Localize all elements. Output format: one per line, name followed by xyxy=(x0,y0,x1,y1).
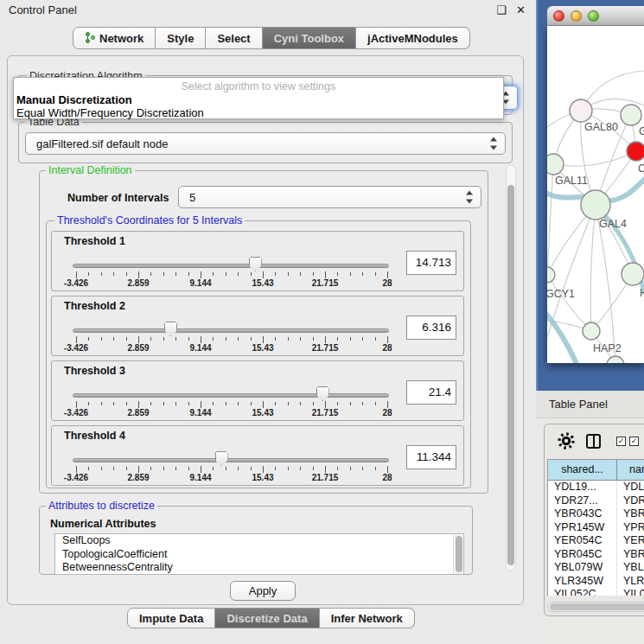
cell-shared-name: YLR345W xyxy=(548,575,617,589)
threshold-panel-1: Threshold 1-3.4262.8599.14415.4321.71528… xyxy=(51,231,464,291)
network-node-g[interactable] xyxy=(621,105,641,125)
table-row[interactable]: YDR27...YDR2 xyxy=(548,494,644,508)
table-row[interactable]: YBR045CYBR0 xyxy=(548,548,644,562)
table-row[interactable]: YBR043CYBR0 xyxy=(548,507,644,521)
minimize-traffic-light-icon[interactable] xyxy=(571,10,582,22)
attributes-group-label: Attributes to discretize xyxy=(46,500,157,512)
slider-ticks xyxy=(76,400,387,408)
slider-tick-labels: -3.4262.8599.14415.4321.71528 xyxy=(76,408,387,418)
node-attribute-table: shared... name YDL19...YDL1YDR27...YDR2Y… xyxy=(547,459,644,596)
thresholds-group-label: Threshold's Coordinates for 5 Intervals xyxy=(54,214,245,226)
control-panel-titlebar: Control Panel ❑ ✕ xyxy=(0,0,536,21)
attribute-list-item[interactable]: TopologicalCoefficient xyxy=(55,548,463,562)
network-node-label: GAL11 xyxy=(555,175,588,187)
bottom-tab-infer-network[interactable]: Infer Network xyxy=(320,608,415,628)
network-node-gal11[interactable] xyxy=(547,154,564,175)
table-row[interactable]: YDL19...YDL1 xyxy=(548,481,644,494)
number-of-intervals-combo[interactable]: 5 xyxy=(178,186,481,208)
network-node-gcy1[interactable] xyxy=(547,267,555,283)
tab-network-label: Network xyxy=(99,32,143,45)
slider-track[interactable] xyxy=(73,393,389,398)
screen: Control Panel ❑ ✕ NetworkStyleSelectCyni… xyxy=(0,0,644,644)
tab-jactivemnodules-label: jActiveMNodules xyxy=(367,32,458,45)
bottom-tab-impute-data[interactable]: Impute Data xyxy=(127,608,215,628)
network-node-label: HAP2 xyxy=(593,342,622,354)
close-window-icon[interactable]: ✕ xyxy=(516,3,526,16)
slider-ticks xyxy=(76,271,387,278)
slider-track[interactable] xyxy=(73,328,389,333)
cell-shared-name: YDR27... xyxy=(548,494,617,508)
network-node-label: GAL4 xyxy=(599,218,627,230)
apply-button[interactable]: Apply xyxy=(230,581,296,601)
cell-name: YER0 xyxy=(617,534,644,548)
slider-track[interactable] xyxy=(73,264,389,268)
tab-jactivemnodules[interactable]: jActiveMNodules xyxy=(356,27,470,49)
cell-name: YBR0 xyxy=(617,507,644,521)
table-panel-header: Table Panel xyxy=(536,391,644,418)
network-node-gal4[interactable] xyxy=(581,190,610,220)
float-window-icon[interactable]: ❑ xyxy=(496,3,507,16)
table-data-combo[interactable]: galFiltered.sif default node xyxy=(25,132,506,155)
slider-tick-labels: -3.4262.8599.14415.4321.71528 xyxy=(76,473,387,483)
combo-stepper-icon xyxy=(490,137,498,150)
checkbox-icon[interactable]: ✓ xyxy=(629,437,639,446)
threshold-panel-2: Threshold 2-3.4262.8599.14415.4321.71528… xyxy=(51,296,464,356)
table-row[interactable]: YER054CYER0 xyxy=(548,534,644,548)
attributes-scrollbar[interactable] xyxy=(453,535,462,575)
network-node[interactable] xyxy=(607,356,624,363)
slider-track[interactable] xyxy=(73,458,389,462)
bottom-tab-discretize-data[interactable]: Discretize Data xyxy=(215,608,319,628)
network-graph: GAL80GCGAL11GAL4GCY1HHAP2 xyxy=(547,26,644,363)
right-side: GAL80GCGAL11GAL4GCY1HHAP2 Table Panel ✓ … xyxy=(536,0,644,644)
zoom-traffic-light-icon[interactable] xyxy=(588,10,599,22)
threshold-value-field[interactable]: 11.344 xyxy=(406,445,456,469)
table-row[interactable]: YBL079WYBL0 xyxy=(548,561,644,575)
threshold-value-field[interactable]: 6.316 xyxy=(406,316,456,340)
attribute-list-item[interactable]: SelfLoops xyxy=(55,534,463,548)
panel-vertical-scrollbar[interactable] xyxy=(506,165,516,571)
table-row[interactable]: YIL052CYIL0 xyxy=(548,588,644,596)
slider-tick-labels: -3.4262.8599.14415.4321.71528 xyxy=(76,278,387,289)
combo-stepper-icon xyxy=(466,191,474,204)
network-node-label: G xyxy=(639,125,644,137)
slider-thumb[interactable] xyxy=(164,322,177,336)
cell-shared-name: YBL079W xyxy=(548,561,617,575)
threshold-value-field[interactable]: 14.713 xyxy=(406,251,456,275)
network-edge xyxy=(590,205,596,331)
slider-thumb[interactable] xyxy=(316,386,329,401)
attributes-items: SelfLoopsTopologicalCoefficientBetweenne… xyxy=(55,534,463,575)
columns-icon[interactable] xyxy=(586,434,601,449)
table-horizontal-scrollbar[interactable] xyxy=(547,602,644,612)
tab-cyni-toolbox-label: Cyni Toolbox xyxy=(274,32,344,45)
table-toolbar: ✓ ✓ xyxy=(545,424,644,457)
network-edge xyxy=(553,151,636,166)
attribute-list-item[interactable]: BetweennessCentrality xyxy=(55,561,463,575)
slider-thumb[interactable] xyxy=(215,451,228,466)
tab-cyni-toolbox[interactable]: Cyni Toolbox xyxy=(263,27,356,49)
checkbox-icon[interactable]: ✓ xyxy=(616,437,626,446)
threshold-value-field[interactable]: 21.4 xyxy=(406,380,456,405)
number-of-intervals-label: Number of Intervals xyxy=(65,192,171,204)
cell-name: YDR2 xyxy=(617,494,644,508)
network-view-canvas[interactable]: GAL80GCGAL11GAL4GCY1HHAP2 xyxy=(547,26,644,363)
network-node-label: C xyxy=(638,163,644,175)
gear-icon[interactable] xyxy=(558,432,575,450)
network-node-c[interactable] xyxy=(627,142,644,161)
table-row[interactable]: YLR345WYLR3 xyxy=(548,575,644,589)
network-node-hap2[interactable] xyxy=(583,322,600,340)
tab-select[interactable]: Select xyxy=(206,27,262,49)
tab-select-label: Select xyxy=(217,32,250,45)
dropdown-item-equal-width[interactable]: Equal Width/Frequency Discretization xyxy=(16,106,204,119)
tab-style[interactable]: Style xyxy=(156,27,206,49)
close-traffic-light-icon[interactable] xyxy=(553,10,564,22)
table-row[interactable]: YPR145WYPR1 xyxy=(548,521,644,535)
slider-thumb[interactable] xyxy=(249,257,262,271)
network-node-gal80[interactable] xyxy=(570,99,592,122)
network-node-h[interactable] xyxy=(622,263,644,285)
column-header-shared-name[interactable]: shared... xyxy=(548,460,617,480)
tab-network[interactable]: Network xyxy=(73,27,156,49)
dropdown-item-manual-discretization[interactable]: Manual Discretization xyxy=(16,93,132,106)
column-header-name[interactable]: name xyxy=(617,460,644,480)
bottom-tab-impute-data-label: Impute Data xyxy=(139,612,203,625)
network-node-label: GAL80 xyxy=(584,121,618,133)
